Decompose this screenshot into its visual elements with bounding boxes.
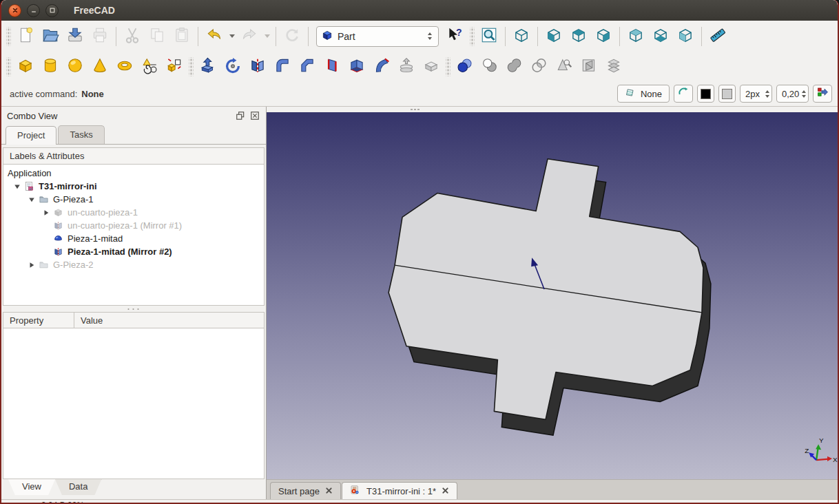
whats-this-button[interactable]: ? <box>443 24 468 49</box>
boolean-cut-button[interactable] <box>477 54 502 79</box>
toolbar-separator <box>308 27 309 46</box>
boolean-union-button[interactable] <box>502 54 527 79</box>
part-torus-button[interactable] <box>112 54 137 79</box>
mirror-button[interactable] <box>245 54 270 79</box>
ruled-surface-button[interactable] <box>320 54 344 79</box>
toolbar-handle[interactable] <box>189 57 194 76</box>
part-box-button[interactable] <box>13 54 38 79</box>
open-document-button[interactable] <box>38 24 63 49</box>
copy-button[interactable] <box>145 24 169 49</box>
apply-style-button[interactable] <box>813 85 832 103</box>
boolean-button[interactable] <box>453 54 477 79</box>
line-width-spinbox[interactable]: 2px <box>740 85 772 103</box>
undo-button[interactable] <box>202 24 227 49</box>
spin-arrows[interactable] <box>763 88 771 100</box>
tree-item[interactable]: T31-mirror-ini <box>3 180 264 193</box>
cut-button[interactable] <box>120 24 145 49</box>
document-tab[interactable]: T31-mirror-ini : 1* <box>342 482 457 500</box>
tab-close-icon[interactable] <box>442 486 449 496</box>
tree-item[interactable]: un-cuarto-pieza-1 (Mirror #1) <box>3 219 264 232</box>
right-view-button[interactable] <box>591 24 616 49</box>
toolbar-handle[interactable] <box>6 57 11 76</box>
working-plane-button[interactable]: None <box>617 85 670 103</box>
tree-item[interactable]: Pieza-1-mitad <box>3 232 264 245</box>
text-scale-spinbox[interactable]: 0,20 <box>776 85 809 103</box>
new-document-button[interactable] <box>13 24 38 49</box>
viewport-top-splitter[interactable] <box>267 107 838 112</box>
redo-button[interactable] <box>237 24 262 49</box>
tree-item[interactable]: G-Pieza-2 <box>3 258 264 271</box>
property-table-body[interactable] <box>3 328 265 479</box>
tab-close-icon[interactable] <box>325 486 333 496</box>
value-column-header[interactable]: Value <box>74 313 264 328</box>
document-tab[interactable]: Start page <box>270 482 341 500</box>
front-view-button[interactable] <box>541 24 566 49</box>
toolbar-handle[interactable] <box>446 57 450 76</box>
undo-menu-button[interactable] <box>227 24 237 49</box>
draft-tray: None 2px0,20 <box>617 85 832 103</box>
tree-item[interactable]: G-Pieza-1 <box>3 193 264 206</box>
extrude-button[interactable] <box>196 54 220 79</box>
toolbar-handle[interactable] <box>6 27 11 46</box>
boolean-intersection-button[interactable] <box>527 54 552 79</box>
top-view-button[interactable] <box>566 24 591 49</box>
part-cone-button[interactable] <box>87 54 112 79</box>
refresh-button[interactable] <box>280 24 304 49</box>
3d-view[interactable]: X Y Z <box>267 112 838 479</box>
spin-arrows[interactable] <box>426 30 434 42</box>
part-sphere-button[interactable] <box>63 54 87 79</box>
axonometric-view-button[interactable] <box>509 24 534 49</box>
spin-arrows[interactable] <box>800 88 808 100</box>
sweep-button[interactable] <box>369 54 394 79</box>
tree-expander-open[interactable] <box>28 196 36 204</box>
print-icon <box>91 26 109 47</box>
measure-distance-button[interactable] <box>705 24 730 49</box>
3d-canvas[interactable]: X Y Z <box>267 112 838 479</box>
paste-button[interactable] <box>169 24 194 49</box>
dock-float-button[interactable] <box>235 110 246 121</box>
titlebar[interactable]: FreeCAD <box>1 0 838 21</box>
create-primitives-button[interactable] <box>137 54 162 79</box>
offset-button[interactable] <box>394 54 419 79</box>
property-column-header[interactable]: Property <box>3 313 74 328</box>
thickness-button[interactable] <box>419 54 444 79</box>
face-color-swatch <box>722 89 732 99</box>
check-geometry-button[interactable] <box>552 54 577 79</box>
save-document-button[interactable] <box>63 24 87 49</box>
print-button[interactable] <box>87 24 112 49</box>
tree-expander-closed[interactable] <box>42 209 50 217</box>
dock-close-button[interactable] <box>249 110 260 121</box>
construction-mode-button[interactable] <box>674 85 693 103</box>
window-minimize-button[interactable] <box>27 4 40 17</box>
tab-project[interactable]: Project <box>6 126 56 145</box>
toolbar-handle[interactable] <box>470 27 475 46</box>
shape-builder-button[interactable] <box>162 54 187 79</box>
tree-expander-open[interactable] <box>13 182 21 191</box>
loft-button[interactable] <box>344 54 369 79</box>
window-maximize-button[interactable] <box>45 4 59 17</box>
window-close-button[interactable] <box>8 4 21 17</box>
workbench-selector[interactable]: Part <box>316 26 439 47</box>
line-color-button[interactable] <box>697 85 714 103</box>
revolve-button[interactable] <box>220 54 245 79</box>
face-color-button[interactable] <box>718 85 736 103</box>
tree-item[interactable]: Application <box>3 167 264 180</box>
cross-sections-button[interactable] <box>601 54 626 79</box>
section-button[interactable] <box>577 54 601 79</box>
tab-tasks[interactable]: Tasks <box>58 125 104 144</box>
redo-menu-button[interactable] <box>262 24 272 49</box>
part-cylinder-button[interactable] <box>38 54 63 79</box>
left-view-button[interactable] <box>673 24 698 49</box>
tab-data[interactable]: Data <box>55 479 101 495</box>
fit-all-button[interactable] <box>477 24 501 49</box>
tree-item[interactable]: un-cuarto-pieza-1 <box>3 206 264 219</box>
status-bar: 3.94 B 99% <box>1 499 838 503</box>
chamfer-button[interactable] <box>295 54 320 79</box>
fillet-button[interactable] <box>270 54 295 79</box>
panel-splitter[interactable] <box>1 306 266 312</box>
rear-view-button[interactable] <box>623 24 648 49</box>
tree-item[interactable]: Pieza-1-mitad (Mirror #2) <box>3 245 264 258</box>
tree-expander-closed[interactable] <box>28 261 36 269</box>
bottom-view-button[interactable] <box>648 24 673 49</box>
tab-view[interactable]: View <box>8 479 55 495</box>
